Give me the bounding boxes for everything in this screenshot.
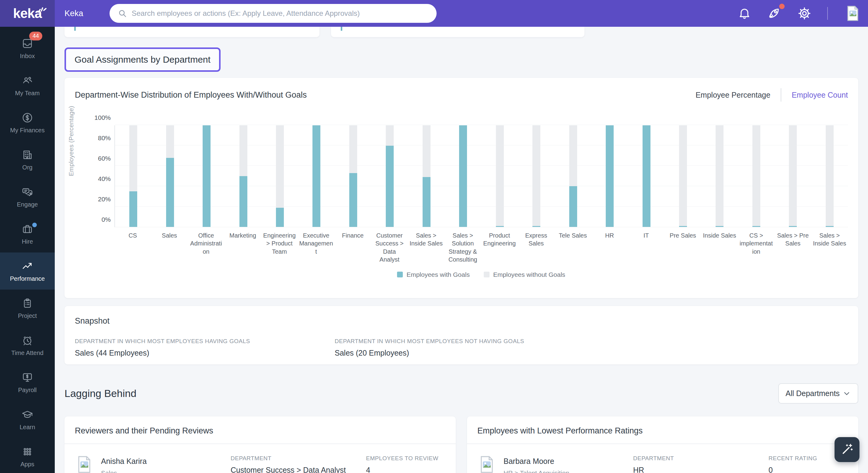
bar-executive-management[interactable] — [298, 125, 335, 227]
sidebar-item-inbox[interactable]: Inbox44 — [0, 30, 55, 67]
goals-distribution-card: Department-Wise Distribution of Employee… — [64, 78, 858, 298]
sidebar-item-engage[interactable]: Engage — [0, 178, 55, 215]
gridline — [115, 125, 848, 125]
y-axis-tick: 40% — [98, 175, 111, 183]
segment-without-goals — [826, 125, 834, 226]
bar-sales-pre-sales[interactable] — [775, 125, 811, 227]
global-search[interactable] — [110, 4, 437, 23]
column-value: 0 — [769, 466, 848, 473]
sidebar-item-apps[interactable]: Apps — [0, 438, 55, 473]
notifications-button[interactable] — [738, 7, 751, 20]
bar-sales[interactable] — [152, 125, 188, 227]
y-axis-tick: 100% — [94, 114, 111, 121]
chart-tick — [74, 27, 76, 31]
keka-logo[interactable]: keka — [0, 0, 55, 27]
segment-with-goals — [789, 226, 797, 227]
bar-marketing[interactable] — [225, 125, 261, 227]
bar-cs[interactable] — [115, 125, 152, 227]
bar-product-engineering[interactable] — [482, 125, 518, 227]
my-team-icon — [21, 74, 33, 87]
sidebar-item-org[interactable]: Org — [0, 141, 55, 178]
x-axis-label: Marketing — [224, 231, 261, 264]
payroll-icon — [21, 371, 33, 384]
department-filter-dropdown[interactable]: All Departments — [778, 383, 858, 404]
sidebar-item-payroll[interactable]: Payroll — [0, 364, 55, 401]
user-avatar[interactable] — [844, 4, 862, 23]
segment-with-goals — [386, 146, 394, 227]
segment-without-goals — [496, 125, 504, 226]
rocket-icon — [767, 6, 782, 21]
x-axis-label: CS > implementation — [738, 231, 775, 264]
apps-icon — [21, 446, 33, 458]
notification-dot — [779, 4, 785, 9]
x-axis-label: Inside Sales — [701, 231, 738, 264]
bar-cs-implementation[interactable] — [738, 125, 775, 227]
column-label: DEPARTMENT — [230, 455, 366, 462]
segment-without-goals — [349, 125, 357, 173]
legend-item[interactable]: Employees with Goals — [397, 271, 470, 278]
sidebar-item-performance[interactable]: Performance — [0, 252, 55, 290]
x-axis-label: Office Administration — [188, 231, 224, 264]
lagging-behind-title: Lagging Behind — [64, 387, 136, 399]
sidebar-item-hire[interactable]: Hire — [0, 215, 55, 252]
toggle-employee-count[interactable]: Employee Count — [792, 91, 848, 99]
bar-finance[interactable] — [335, 125, 371, 227]
stacked-bar-chart: Employees (Percentage) 0%20%40%60%80%100… — [75, 125, 848, 278]
sidebar-item-time-attend[interactable]: Time Attend — [0, 327, 55, 364]
column-label: DEPARTMENT — [633, 455, 769, 462]
toggle-employee-percentage[interactable]: Employee Percentage — [695, 91, 770, 99]
pending-reviews-card: Reviewers and their Pending Reviews Anis… — [64, 416, 456, 473]
bar-pre-sales[interactable] — [665, 125, 701, 227]
x-axis-label: Engineering > Product Team — [261, 231, 298, 264]
x-axis-label: Pre Sales — [664, 231, 701, 264]
segment-without-goals — [276, 125, 284, 208]
bar-customer-success-data-analyst[interactable] — [371, 125, 408, 227]
bar-inside-sales[interactable] — [701, 125, 738, 227]
segment-with-goals — [752, 226, 760, 227]
segment-without-goals — [532, 125, 540, 226]
bar-sales-solution-strategy-consulting[interactable] — [445, 125, 481, 227]
segment-without-goals — [569, 125, 577, 186]
sidebar-item-label: Project — [18, 312, 37, 319]
bar-it[interactable] — [628, 125, 664, 227]
broken-image-icon — [75, 455, 94, 473]
segment-with-goals — [423, 177, 431, 227]
segment-with-goals — [240, 176, 247, 227]
legend-label: Employees without Goals — [493, 271, 565, 278]
sidebar-item-project[interactable]: Project — [0, 290, 55, 327]
snapshot-label: DEPARTMENT IN WHICH MOST EMPLOYEES NOT H… — [335, 338, 848, 345]
sidebar-item-my-finances[interactable]: My Finances — [0, 104, 55, 141]
snapshot-title: Snapshot — [75, 316, 848, 326]
snapshot-value: Sales (44 Employees) — [75, 349, 335, 357]
search-input[interactable] — [132, 9, 428, 18]
table-row[interactable]: Anisha Karira Sales DEPARTMENT Customer … — [64, 444, 456, 473]
segment-without-goals — [716, 125, 723, 226]
sidebar-item-label: Performance — [10, 275, 45, 282]
segment-without-goals — [752, 125, 760, 226]
table-row[interactable]: Barbara Moore HR > Talent Acquisition DE… — [467, 444, 858, 473]
time-attend-icon — [21, 334, 33, 346]
bar-tele-sales[interactable] — [555, 125, 591, 227]
bar-express-sales[interactable] — [518, 125, 555, 227]
x-axis-label: Customer Success > Data Analyst — [371, 231, 408, 264]
lowest-ratings-title: Employees with Lowest Performance Rating… — [467, 416, 858, 444]
legend-item[interactable]: Employees without Goals — [484, 271, 565, 278]
bar-sales-inside-sales[interactable] — [408, 125, 445, 227]
segment-with-goals — [569, 186, 577, 227]
sidebar-item-my-team[interactable]: My Team — [0, 67, 55, 104]
legend-label: Employees with Goals — [406, 271, 470, 278]
whats-new-button[interactable] — [767, 6, 782, 21]
snapshot-label: DEPARTMENT IN WHICH MOST EMPLOYEES HAVIN… — [75, 338, 335, 345]
bar-office-administration[interactable] — [188, 125, 225, 227]
bar-hr[interactable] — [591, 125, 628, 227]
settings-button[interactable] — [798, 6, 811, 20]
segment-with-goals — [716, 226, 723, 227]
ai-assistant-fab[interactable] — [835, 437, 860, 462]
sidebar-item-learn[interactable]: Learn — [0, 401, 55, 438]
bar-engineering-product-team[interactable] — [262, 125, 298, 227]
gear-icon — [798, 6, 811, 20]
bar-sales-inside-sales[interactable] — [811, 125, 848, 227]
reviewer-name: Anisha Karira — [101, 457, 147, 466]
sidebar-item-label: Org — [22, 164, 32, 171]
org-icon — [21, 149, 33, 161]
